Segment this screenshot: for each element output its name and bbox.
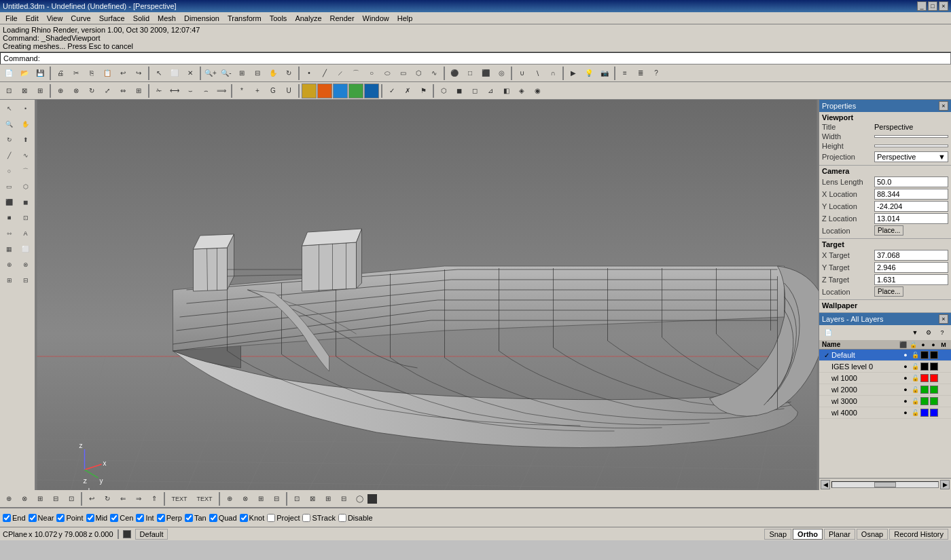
tb-help[interactable]: ? <box>649 66 664 81</box>
tb-zoom-out[interactable]: 🔍- <box>219 66 234 81</box>
tb2-ungroup[interactable]: U <box>281 83 296 98</box>
close-button[interactable]: × <box>939 1 948 11</box>
tb2-join[interactable]: + <box>250 83 265 98</box>
lt-circle2-icon[interactable]: ○ <box>2 164 17 179</box>
tb-b1-icon12[interactable]: ⊗ <box>238 491 253 506</box>
lt-arc2-icon[interactable]: ⌒ <box>18 164 33 179</box>
layer-wl2000-vis-icon[interactable]: ● <box>901 385 910 394</box>
tb-box[interactable]: □ <box>463 66 478 81</box>
tb-render[interactable]: ▶ <box>566 66 581 81</box>
layer-row-wl4000[interactable]: wl 4000 ● 🔓 <box>819 407 951 419</box>
point-checkbox[interactable] <box>56 514 65 522</box>
tb-pan[interactable]: ✋ <box>266 66 281 81</box>
layer-wl1000-color2[interactable] <box>930 374 938 382</box>
lt-zoom-icon[interactable]: 🔍 <box>2 117 17 132</box>
tb2-shade2[interactable] <box>317 83 332 98</box>
tb-properties[interactable]: ≣ <box>633 66 648 81</box>
lt-polygon2-icon[interactable]: ⬡ <box>18 179 33 194</box>
tb-undo[interactable]: ↩ <box>115 66 130 81</box>
menu-transform[interactable]: Transform <box>223 13 266 24</box>
tb-ellipse[interactable]: ⬭ <box>380 66 395 81</box>
strack-checkbox[interactable] <box>302 514 310 522</box>
tb-circle[interactable]: ○ <box>364 66 379 81</box>
tb-boolean-union[interactable]: ∪ <box>514 66 529 81</box>
tb-rotate[interactable]: ↻ <box>281 66 296 81</box>
layer-iges-lock-icon[interactable]: 🔓 <box>910 362 920 371</box>
layer-row-wl2000[interactable]: wl 2000 ● 🔓 <box>819 384 951 396</box>
layers-filter-button[interactable]: ▼ <box>909 326 921 339</box>
lt-hatch-icon[interactable]: ▦ <box>2 242 17 257</box>
layers-close-button[interactable]: × <box>939 314 948 324</box>
int-checkbox[interactable] <box>136 514 144 522</box>
tb2-offset[interactable]: ⟹ <box>214 83 229 98</box>
tb2-wire[interactable]: ⬡ <box>436 83 451 98</box>
tb2-deselect[interactable]: ⊠ <box>17 83 32 98</box>
tb-window-sel[interactable]: ⬜ <box>167 66 182 81</box>
layer-wl2000-color[interactable] <box>920 386 929 394</box>
tb-new[interactable]: 📄 <box>1 66 16 81</box>
tb-save[interactable]: 💾 <box>33 66 48 81</box>
tb2-ghost[interactable]: ◧ <box>499 83 514 98</box>
tb2-artistic[interactable]: ◉ <box>530 83 545 98</box>
tb-b1-icon20[interactable] <box>367 494 377 504</box>
lt-rotate-view-icon[interactable]: ↻ <box>2 132 17 147</box>
tb-torus[interactable]: ◎ <box>494 66 509 81</box>
tb-b1-icon13[interactable]: ⊞ <box>253 491 268 506</box>
menu-window[interactable]: Window <box>359 13 393 24</box>
tb-line[interactable]: ╱ <box>317 66 332 81</box>
tb-boolean-int[interactable]: ∩ <box>545 66 560 81</box>
tb-print[interactable]: 🖨 <box>53 66 68 81</box>
tb-b1-icon1[interactable]: ⊕ <box>1 491 16 506</box>
tb-cross-sel[interactable]: ✕ <box>183 66 198 81</box>
layer-iges-color2[interactable] <box>930 362 938 371</box>
layers-settings-button[interactable]: ⚙ <box>922 326 935 339</box>
tb2-flag[interactable]: ⚑ <box>416 83 431 98</box>
tb-b1-icon14[interactable]: ⊟ <box>269 491 284 506</box>
menu-solid[interactable]: Solid <box>129 13 154 24</box>
lt-snap2-icon[interactable]: ⊗ <box>18 257 33 272</box>
tb-b1-icon17[interactable]: ⊞ <box>321 491 336 506</box>
lt-dim-icon[interactable]: ⇿ <box>2 226 17 241</box>
tb-zoom-ext[interactable]: ⊞ <box>234 66 249 81</box>
properties-close-button[interactable]: × <box>939 101 948 111</box>
layer-default-lock-icon[interactable]: 🔓 <box>910 350 920 360</box>
layer-iges-vis-icon[interactable]: ● <box>901 362 910 371</box>
menu-dimension[interactable]: Dimension <box>180 13 223 24</box>
tb2-copy2[interactable]: ⊗ <box>69 83 84 98</box>
layer-wl2000-color2[interactable] <box>930 386 938 394</box>
tb2-scale[interactable]: ⤢ <box>100 83 115 98</box>
tb2-move[interactable]: ⊕ <box>53 83 68 98</box>
layer-default-color[interactable] <box>920 351 929 359</box>
location-place-button[interactable]: Place... <box>874 225 903 236</box>
record-history-button[interactable]: Record History <box>889 529 948 540</box>
tb-layers[interactable]: ≡ <box>617 66 632 81</box>
layer-wl3000-color2[interactable] <box>930 397 938 405</box>
panel-scrollbar[interactable]: ◀ ▶ <box>819 478 951 490</box>
viewport[interactable]: Perspective <box>35 100 819 490</box>
scrollbar-left-button[interactable]: ◀ <box>821 480 830 489</box>
tb2-shade3[interactable] <box>333 83 348 98</box>
tb-polyline[interactable]: ⟋ <box>333 66 348 81</box>
lt-extrude-icon[interactable]: ⊡ <box>18 210 33 225</box>
perp-checkbox[interactable] <box>157 514 165 522</box>
tb-cylinder[interactable]: ⬛ <box>478 66 493 81</box>
command-input[interactable] <box>40 54 948 62</box>
projection-dropdown[interactable]: Perspective ▼ <box>874 151 948 162</box>
tb-b1-icon2[interactable]: ⊗ <box>17 491 32 506</box>
layer-wl3000-vis-icon[interactable]: ● <box>901 396 910 406</box>
tb2-trim[interactable]: ✁ <box>151 83 166 98</box>
menu-mesh[interactable]: Mesh <box>154 13 180 24</box>
quad-checkbox[interactable] <box>209 514 217 522</box>
layer-row-iges[interactable]: IGES level 0 ● 🔓 <box>819 361 951 373</box>
tb2-explode[interactable]: * <box>234 83 249 98</box>
layer-wl2000-lock-icon[interactable]: 🔓 <box>910 385 920 394</box>
menu-help[interactable]: Help <box>393 13 417 24</box>
layers-help-button[interactable]: ? <box>936 326 948 339</box>
tb-rect[interactable]: ▭ <box>395 66 410 81</box>
tb2-shade4[interactable] <box>348 83 363 98</box>
cen-checkbox[interactable] <box>110 514 118 522</box>
tb-b1-icon11[interactable]: ⊕ <box>222 491 237 506</box>
lt-mesh2-icon[interactable]: ◼ <box>18 195 33 210</box>
tb2-chamfer[interactable]: ⌢ <box>198 83 213 98</box>
tb-b1-icon3[interactable]: ⊞ <box>33 491 48 506</box>
